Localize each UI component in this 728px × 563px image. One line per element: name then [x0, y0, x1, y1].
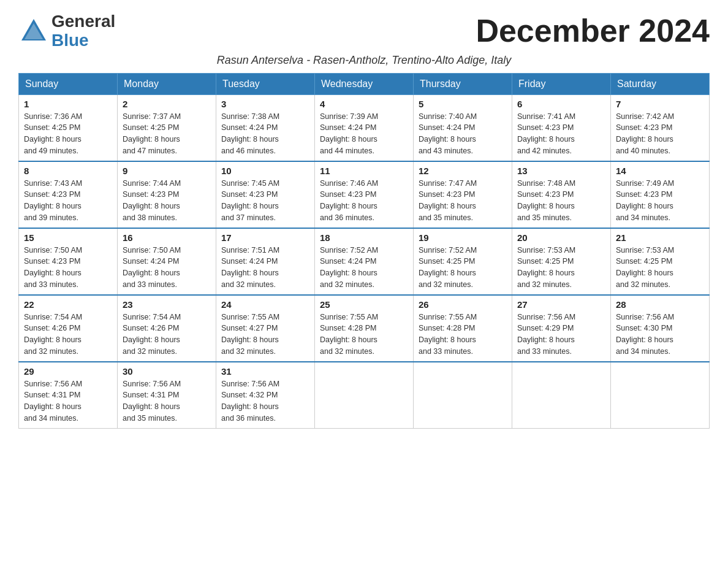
col-sunday: Sunday [19, 73, 118, 94]
logo-icon [18, 16, 49, 47]
calendar-table: Sunday Monday Tuesday Wednesday Thursday… [18, 73, 710, 429]
day-number: 19 [419, 232, 507, 243]
logo-general: General [51, 12, 115, 31]
table-row: 25 Sunrise: 7:55 AM Sunset: 4:28 PM Dayl… [315, 295, 414, 362]
day-info: Sunrise: 7:52 AM Sunset: 4:25 PM Dayligh… [419, 245, 507, 291]
col-tuesday: Tuesday [216, 73, 315, 94]
day-number: 18 [320, 232, 408, 243]
table-row: 9 Sunrise: 7:44 AM Sunset: 4:23 PM Dayli… [118, 161, 216, 228]
table-row: 22 Sunrise: 7:54 AM Sunset: 4:26 PM Dayl… [19, 295, 118, 362]
table-row: 30 Sunrise: 7:56 AM Sunset: 4:31 PM Dayl… [118, 362, 216, 429]
day-number: 28 [616, 299, 704, 310]
table-row: 8 Sunrise: 7:43 AM Sunset: 4:23 PM Dayli… [19, 161, 118, 228]
day-number: 20 [517, 232, 605, 243]
col-wednesday: Wednesday [315, 73, 414, 94]
col-monday: Monday [118, 73, 216, 94]
table-row: 18 Sunrise: 7:52 AM Sunset: 4:24 PM Dayl… [315, 228, 414, 295]
day-number: 2 [123, 99, 211, 109]
day-info: Sunrise: 7:41 AM Sunset: 4:23 PM Dayligh… [517, 111, 605, 157]
day-info: Sunrise: 7:50 AM Sunset: 4:23 PM Dayligh… [24, 245, 112, 291]
table-row: 11 Sunrise: 7:46 AM Sunset: 4:23 PM Dayl… [315, 161, 414, 228]
col-thursday: Thursday [414, 73, 512, 94]
table-row: 23 Sunrise: 7:54 AM Sunset: 4:26 PM Dayl… [118, 295, 216, 362]
day-info: Sunrise: 7:48 AM Sunset: 4:23 PM Dayligh… [517, 178, 605, 224]
day-info: Sunrise: 7:47 AM Sunset: 4:23 PM Dayligh… [419, 178, 507, 224]
table-row: 21 Sunrise: 7:53 AM Sunset: 4:25 PM Dayl… [611, 228, 710, 295]
day-info: Sunrise: 7:53 AM Sunset: 4:25 PM Dayligh… [517, 245, 605, 291]
day-info: Sunrise: 7:42 AM Sunset: 4:23 PM Dayligh… [616, 111, 704, 157]
day-number: 14 [616, 166, 704, 176]
day-number: 9 [123, 166, 211, 176]
page-subtitle: Rasun Anterselva - Rasen-Antholz, Trenti… [18, 54, 710, 67]
day-number: 10 [221, 166, 309, 176]
day-info: Sunrise: 7:56 AM Sunset: 4:29 PM Dayligh… [517, 312, 605, 358]
day-info: Sunrise: 7:43 AM Sunset: 4:23 PM Dayligh… [24, 178, 112, 224]
day-number: 3 [221, 99, 309, 109]
day-number: 13 [517, 166, 605, 176]
table-row: 17 Sunrise: 7:51 AM Sunset: 4:24 PM Dayl… [216, 228, 315, 295]
col-saturday: Saturday [611, 73, 710, 94]
day-info: Sunrise: 7:54 AM Sunset: 4:26 PM Dayligh… [123, 312, 211, 358]
day-info: Sunrise: 7:56 AM Sunset: 4:31 PM Dayligh… [123, 378, 211, 424]
day-info: Sunrise: 7:38 AM Sunset: 4:24 PM Dayligh… [221, 111, 309, 157]
day-number: 7 [616, 99, 704, 109]
table-row: 24 Sunrise: 7:55 AM Sunset: 4:27 PM Dayl… [216, 295, 315, 362]
col-friday: Friday [512, 73, 611, 94]
day-number: 31 [221, 366, 309, 377]
day-number: 25 [320, 299, 408, 310]
day-info: Sunrise: 7:52 AM Sunset: 4:24 PM Dayligh… [320, 245, 408, 291]
day-info: Sunrise: 7:37 AM Sunset: 4:25 PM Dayligh… [123, 111, 211, 157]
day-number: 23 [123, 299, 211, 310]
table-row: 5 Sunrise: 7:40 AM Sunset: 4:24 PM Dayli… [414, 94, 512, 161]
day-number: 27 [517, 299, 605, 310]
table-row: 20 Sunrise: 7:53 AM Sunset: 4:25 PM Dayl… [512, 228, 611, 295]
table-row: 14 Sunrise: 7:49 AM Sunset: 4:23 PM Dayl… [611, 161, 710, 228]
calendar-week-row: 8 Sunrise: 7:43 AM Sunset: 4:23 PM Dayli… [19, 161, 710, 228]
day-info: Sunrise: 7:55 AM Sunset: 4:28 PM Dayligh… [419, 312, 507, 358]
calendar-header-row: Sunday Monday Tuesday Wednesday Thursday… [19, 73, 710, 94]
day-info: Sunrise: 7:46 AM Sunset: 4:23 PM Dayligh… [320, 178, 408, 224]
calendar-week-row: 29 Sunrise: 7:56 AM Sunset: 4:31 PM Dayl… [19, 362, 710, 429]
table-row: 2 Sunrise: 7:37 AM Sunset: 4:25 PM Dayli… [118, 94, 216, 161]
day-info: Sunrise: 7:45 AM Sunset: 4:23 PM Dayligh… [221, 178, 309, 224]
day-number: 1 [24, 99, 112, 109]
table-row [611, 362, 710, 429]
table-row: 16 Sunrise: 7:50 AM Sunset: 4:24 PM Dayl… [118, 228, 216, 295]
month-title: December 2024 [476, 12, 710, 49]
day-number: 15 [24, 232, 112, 243]
day-number: 4 [320, 99, 408, 109]
calendar-week-row: 15 Sunrise: 7:50 AM Sunset: 4:23 PM Dayl… [19, 228, 710, 295]
logo-blue: Blue [51, 31, 115, 50]
day-number: 17 [221, 232, 309, 243]
table-row [414, 362, 512, 429]
day-number: 6 [517, 99, 605, 109]
day-number: 5 [419, 99, 507, 109]
table-row: 26 Sunrise: 7:55 AM Sunset: 4:28 PM Dayl… [414, 295, 512, 362]
day-info: Sunrise: 7:55 AM Sunset: 4:28 PM Dayligh… [320, 312, 408, 358]
day-info: Sunrise: 7:53 AM Sunset: 4:25 PM Dayligh… [616, 245, 704, 291]
day-info: Sunrise: 7:40 AM Sunset: 4:24 PM Dayligh… [419, 111, 507, 157]
calendar-week-row: 1 Sunrise: 7:36 AM Sunset: 4:25 PM Dayli… [19, 94, 710, 161]
table-row: 28 Sunrise: 7:56 AM Sunset: 4:30 PM Dayl… [611, 295, 710, 362]
table-row [315, 362, 414, 429]
table-row: 19 Sunrise: 7:52 AM Sunset: 4:25 PM Dayl… [414, 228, 512, 295]
day-number: 30 [123, 366, 211, 377]
day-number: 21 [616, 232, 704, 243]
day-info: Sunrise: 7:56 AM Sunset: 4:32 PM Dayligh… [221, 378, 309, 424]
day-number: 22 [24, 299, 112, 310]
table-row: 1 Sunrise: 7:36 AM Sunset: 4:25 PM Dayli… [19, 94, 118, 161]
day-number: 26 [419, 299, 507, 310]
table-row: 6 Sunrise: 7:41 AM Sunset: 4:23 PM Dayli… [512, 94, 611, 161]
day-number: 11 [320, 166, 408, 176]
calendar-week-row: 22 Sunrise: 7:54 AM Sunset: 4:26 PM Dayl… [19, 295, 710, 362]
day-info: Sunrise: 7:51 AM Sunset: 4:24 PM Dayligh… [221, 245, 309, 291]
day-number: 29 [24, 366, 112, 377]
table-row: 7 Sunrise: 7:42 AM Sunset: 4:23 PM Dayli… [611, 94, 710, 161]
day-info: Sunrise: 7:36 AM Sunset: 4:25 PM Dayligh… [24, 111, 112, 157]
table-row: 3 Sunrise: 7:38 AM Sunset: 4:24 PM Dayli… [216, 94, 315, 161]
day-info: Sunrise: 7:44 AM Sunset: 4:23 PM Dayligh… [123, 178, 211, 224]
day-info: Sunrise: 7:56 AM Sunset: 4:30 PM Dayligh… [616, 312, 704, 358]
day-info: Sunrise: 7:55 AM Sunset: 4:27 PM Dayligh… [221, 312, 309, 358]
table-row: 29 Sunrise: 7:56 AM Sunset: 4:31 PM Dayl… [19, 362, 118, 429]
day-info: Sunrise: 7:56 AM Sunset: 4:31 PM Dayligh… [24, 378, 112, 424]
